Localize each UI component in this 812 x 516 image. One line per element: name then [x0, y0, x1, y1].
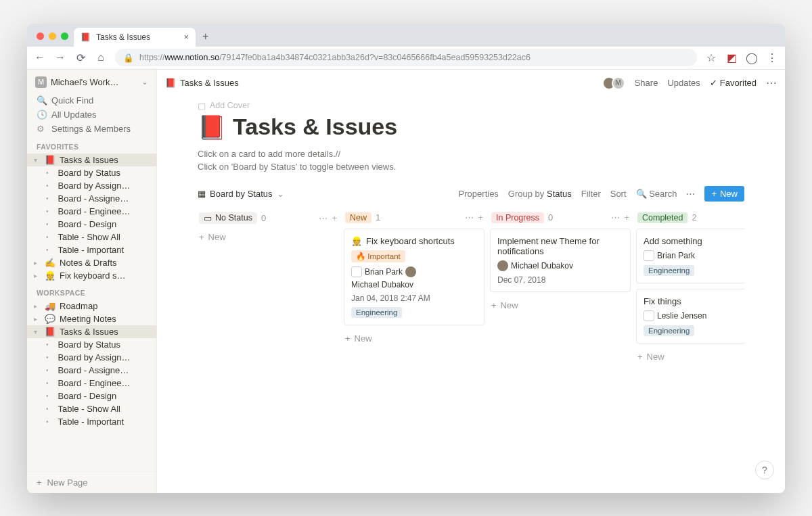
sidebar-item[interactable]: ▸👷Fix keyboard s…	[27, 269, 156, 282]
column-menu-icon[interactable]: ⋯	[465, 212, 474, 222]
page-title[interactable]: 📕 Tasks & Issues	[198, 112, 744, 147]
forward-icon[interactable]: →	[54, 51, 66, 64]
disclosure-icon[interactable]: ▾	[34, 328, 41, 335]
avatar-icon	[405, 266, 416, 277]
breadcrumb[interactable]: 📕 Tasks & Issues	[165, 78, 239, 88]
new-button[interactable]: +New	[704, 186, 744, 202]
browser-menu-icon[interactable]: ⋮	[766, 51, 778, 64]
bullet-icon: •	[46, 392, 49, 400]
quick-find[interactable]: 🔍Quick Find	[27, 93, 156, 108]
add-card-icon[interactable]: +	[332, 213, 337, 223]
disclosure-icon[interactable]: ▾	[34, 156, 41, 164]
url-host: www.notion.so	[165, 53, 220, 62]
sidebar-item[interactable]: ▾📕Tasks & Issues	[27, 154, 156, 166]
view-picker[interactable]: ▦ Board by Status ⌄	[198, 189, 284, 199]
add-card-button[interactable]: +New	[490, 298, 631, 313]
sort-button[interactable]: Sort	[610, 189, 627, 199]
sidebar-item[interactable]: ▸💬Meeting Notes	[27, 312, 156, 325]
reload-icon[interactable]: ⟳	[74, 51, 87, 64]
sidebar-item[interactable]: ▾📕Tasks & Issues	[27, 325, 156, 338]
sidebar-item-label: Roadmap	[60, 301, 97, 311]
groupby-button[interactable]: Group by Status	[508, 189, 572, 199]
sidebar-item-label: Board by Assign…	[58, 352, 131, 362]
status-pill[interactable]: In Progress	[491, 212, 544, 223]
sidebar-item[interactable]: •Board - Assigne…	[27, 192, 156, 205]
add-card-button[interactable]: +New	[636, 349, 744, 365]
close-window-icon[interactable]	[37, 32, 44, 40]
add-card-button[interactable]: +New	[344, 331, 484, 346]
star-icon[interactable]: ☆	[705, 51, 717, 64]
main-area: 📕 Tasks & Issues M Share Updates ✓Favori…	[157, 70, 785, 493]
minimize-window-icon[interactable]	[49, 32, 56, 40]
page-icon[interactable]: 📕	[198, 114, 226, 141]
search-icon: 🔍	[636, 189, 647, 199]
sidebar-item[interactable]: •Board - Design	[27, 218, 156, 231]
sidebar-item[interactable]: •Board by Status	[27, 166, 156, 179]
column-menu-icon[interactable]: ⋯	[319, 213, 328, 223]
extension-icon[interactable]: ◩	[725, 51, 738, 64]
properties-button[interactable]: Properties	[459, 189, 499, 199]
search-button[interactable]: 🔍 Search	[636, 189, 677, 199]
sidebar-item[interactable]: •Table - Important	[27, 415, 156, 428]
status-pill[interactable]: New	[345, 212, 371, 223]
sidebar-item-label: Table - Important	[58, 417, 125, 427]
disclosure-icon[interactable]: ▸	[34, 272, 41, 279]
page-icon: 💬	[45, 314, 55, 324]
plus-icon: +	[711, 189, 717, 199]
card-people: Brian Park	[644, 250, 744, 261]
disclosure-icon[interactable]: ▸	[34, 302, 41, 310]
updates-button[interactable]: Updates	[667, 78, 700, 88]
board-card[interactable]: 👷Fix keyboard shortcuts🔥 ImportantBrian …	[344, 229, 484, 325]
add-cover-button[interactable]: ▢ Add Cover	[198, 97, 744, 112]
page-description[interactable]: Click on a card to add more details.// C…	[198, 147, 744, 174]
sidebar-item[interactable]: •Board - Enginee…	[27, 377, 156, 390]
bullet-icon: •	[46, 367, 49, 374]
status-pill[interactable]: ▭No Status	[199, 212, 257, 224]
new-page-button[interactable]: + New Page	[27, 471, 156, 493]
sidebar-item[interactable]: •Table - Show All	[27, 402, 156, 415]
browser-tab[interactable]: 📕 Tasks & Issues ×	[74, 28, 196, 47]
address-bar[interactable]: 🔒 https://www.notion.so/79147fe0ba1a4b34…	[115, 49, 697, 66]
share-button[interactable]: Share	[635, 78, 658, 88]
all-updates[interactable]: 🕓All Updates	[27, 108, 156, 122]
settings-members[interactable]: ⚙Settings & Members	[27, 122, 156, 136]
add-card-button[interactable]: +New	[198, 229, 338, 245]
status-pill[interactable]: Completed	[637, 212, 687, 223]
plus-icon: +	[637, 352, 643, 362]
add-card-icon[interactable]: +	[624, 212, 629, 222]
filter-button[interactable]: Filter	[581, 189, 601, 199]
presence-avatars[interactable]: M	[606, 76, 625, 90]
favorited-button[interactable]: ✓Favorited	[710, 78, 757, 88]
add-card-icon[interactable]: +	[478, 212, 483, 222]
help-button[interactable]: ?	[755, 461, 774, 479]
disclosure-icon[interactable]: ▸	[34, 259, 41, 266]
page-menu-icon[interactable]: ⋯	[766, 76, 777, 89]
board-card[interactable]: Implement new Theme for notificationsMic…	[490, 229, 631, 292]
sidebar-item[interactable]: •Board by Assign…	[27, 179, 156, 192]
workspace-switcher[interactable]: M Michael's Work… ⌄	[27, 70, 156, 93]
sidebar-item[interactable]: •Board by Status	[27, 338, 156, 351]
column-header: ▭No Status0⋯+	[198, 211, 338, 229]
board-card[interactable]: Fix thingsLeslie Jensen Engineering	[636, 289, 744, 344]
column-menu-icon[interactable]: ⋯	[611, 212, 620, 222]
clock-icon: 🕓	[37, 110, 46, 120]
sidebar-item[interactable]: •Board - Design	[27, 390, 156, 402]
home-icon[interactable]: ⌂	[95, 51, 107, 64]
back-icon[interactable]: ←	[34, 51, 46, 64]
sidebar-item[interactable]: •Board by Assign…	[27, 351, 156, 364]
close-tab-icon[interactable]: ×	[183, 32, 189, 42]
image-icon: ▢	[198, 101, 206, 111]
sidebar-item[interactable]: •Table - Important	[27, 243, 156, 256]
new-tab-button[interactable]: +	[196, 30, 215, 47]
maximize-window-icon[interactable]	[61, 32, 68, 40]
view-more-icon[interactable]: ⋯	[686, 189, 695, 199]
profile-icon[interactable]: ◯	[746, 51, 758, 64]
sidebar-item-label: Table - Show All	[58, 232, 121, 242]
sidebar-item[interactable]: •Table - Show All	[27, 231, 156, 243]
sidebar-item[interactable]: •Board - Enginee…	[27, 205, 156, 218]
sidebar-item[interactable]: •Board - Assigne…	[27, 364, 156, 377]
board-card[interactable]: Add somethingBrian Park Engineering	[636, 229, 744, 283]
sidebar-item[interactable]: ▸🚚Roadmap	[27, 300, 156, 312]
sidebar-item[interactable]: ▸✍️Notes & Drafts	[27, 256, 156, 269]
disclosure-icon[interactable]: ▸	[34, 315, 41, 323]
